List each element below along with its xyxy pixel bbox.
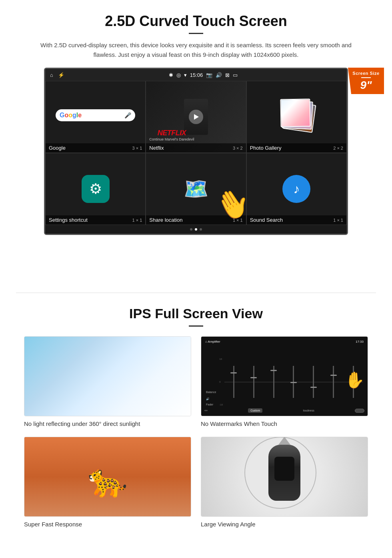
netflix-app-name: Netflix	[149, 145, 164, 151]
car-caption: Large Viewing Angle	[201, 521, 368, 528]
settings-app-name: Settings shortcut	[49, 217, 88, 223]
sound-icon-wrap: ♪	[282, 175, 310, 203]
share-location-cell[interactable]: 🗺️ 🤚 Share location 1 × 1	[146, 153, 246, 225]
sunlight-visual	[24, 337, 191, 416]
section1-title: 2.5D Curved Touch Screen	[32, 13, 360, 30]
badge-divider	[361, 77, 371, 78]
status-center: ✱ ◎ ▾ 15:06 📷 🔊 ⊠ ▭	[169, 72, 238, 78]
feature-amplifier: ⌂ Amplifier 17:33 Balance 🔊 Fader	[201, 336, 368, 427]
window-icon: ▭	[233, 72, 238, 78]
device-mockup: ⌂ ⚡ ✱ ◎ ▾ 15:06 📷 🔊 ⊠ ▭	[44, 68, 348, 235]
amp-time: 17:33	[356, 340, 364, 343]
camera-icon: 📷	[206, 72, 212, 78]
home-icon[interactable]: ⌂	[50, 72, 53, 78]
settings-icon-wrap: ⚙	[82, 175, 110, 203]
title-divider	[189, 33, 203, 34]
sound-app-size: 1 × 1	[333, 218, 343, 223]
location-icon: ◎	[176, 72, 181, 78]
netflix-logo: NETFLIX	[149, 129, 194, 137]
amp-custom-btn[interactable]: Custom	[248, 408, 262, 413]
bluetooth-icon: ✱	[169, 72, 173, 78]
feature-grid: No light reflecting under 360° direct su…	[24, 336, 368, 528]
amp-footer: «» Custom loudness	[204, 408, 364, 413]
time-display: 15:06	[190, 72, 203, 78]
screen-size-badge: Screen Size 9"	[348, 68, 384, 94]
section-curved-touch: 2.5D Curved Touch Screen With 2.5D curve…	[0, 0, 392, 277]
google-search-bar[interactable]: Google 🎤	[56, 109, 135, 121]
wifi-icon: ▾	[184, 72, 187, 78]
cheetah-emoji: 🐆	[88, 462, 128, 500]
feature-cheetah: 🐆 Super Fast Response	[24, 437, 191, 528]
settings-label: Settings shortcut 1 × 1	[46, 215, 145, 225]
section-ips: IPS Full Screen View No light reflecting…	[0, 293, 392, 540]
netflix-app-size: 3 × 2	[233, 146, 243, 151]
car-image	[201, 437, 368, 517]
car-visual	[201, 437, 368, 516]
status-left: ⌂ ⚡	[50, 72, 64, 78]
sound-app-name: Sound Search	[250, 217, 283, 223]
car-roof	[274, 457, 294, 481]
settings-app-cell[interactable]: ⚙ Settings shortcut 1 × 1	[45, 153, 146, 225]
gallery-app-name: Photo Gallery	[250, 145, 282, 151]
google-app-cell[interactable]: Google 🎤 Google 3 × 1	[45, 81, 146, 153]
app-grid: Google 🎤 Google 3 × 1	[45, 81, 347, 225]
section1-description: With 2.5D curved-display screen, this de…	[32, 40, 360, 60]
section2-title: IPS Full Screen View	[24, 306, 368, 321]
netflix-info: NETFLIX Continue Marvel's Daredevil	[149, 129, 194, 141]
netflix-play-button[interactable]	[189, 110, 203, 124]
google-logo: Google	[60, 112, 82, 119]
pagination-dots	[45, 225, 347, 234]
amplifier-caption: No Watermarks When Touch	[201, 420, 368, 427]
photo-layer-front	[280, 98, 311, 127]
gallery-app-size: 2 × 2	[333, 146, 343, 151]
google-app-name: Google	[49, 145, 66, 151]
section2-divider	[189, 325, 203, 327]
settings-app-size: 1 × 1	[132, 218, 142, 223]
car-top-view	[264, 445, 304, 509]
amplifier-image: ⌂ Amplifier 17:33 Balance 🔊 Fader	[201, 336, 368, 416]
sound-label: Sound Search 1 × 1	[247, 215, 346, 225]
dot-3[interactable]	[200, 228, 202, 231]
netflix-label: Netflix 3 × 2	[146, 143, 246, 153]
share-app-name: Share location	[149, 217, 182, 223]
device-screen: ⌂ ⚡ ✱ ◎ ▾ 15:06 📷 🔊 ⊠ ▭	[44, 68, 348, 235]
music-note-icon: ♪	[293, 182, 300, 197]
badge-label: Screen Size	[350, 71, 382, 76]
gallery-label: Photo Gallery 2 × 2	[247, 143, 346, 153]
volume-icon: 🔊	[216, 72, 222, 78]
gear-icon: ⚙	[89, 181, 102, 197]
sunlight-image	[24, 336, 191, 416]
dot-1[interactable]	[190, 228, 192, 231]
gallery-app-cell[interactable]: Photo Gallery 2 × 2	[246, 81, 347, 153]
usb-icon: ⚡	[58, 72, 64, 78]
google-label: Google 3 × 1	[46, 143, 145, 153]
amplifier-visual: ⌂ Amplifier 17:33 Balance 🔊 Fader	[201, 337, 368, 416]
feature-sunlight: No light reflecting under 360° direct su…	[24, 336, 191, 427]
car-body	[268, 445, 300, 501]
badge-size: 9"	[350, 80, 382, 91]
cheetah-caption: Super Fast Response	[24, 521, 191, 528]
maps-icon: 🗺️	[184, 177, 208, 201]
car-arrow	[278, 437, 290, 445]
photo-stack	[278, 99, 314, 135]
amp-header: ⌂ Amplifier 17:33	[204, 340, 364, 343]
feature-car: Large Viewing Angle	[201, 437, 368, 528]
cheetah-image: 🐆	[24, 437, 191, 517]
close-icon: ⊠	[225, 72, 230, 78]
cheetah-visual: 🐆	[24, 437, 191, 516]
dot-2[interactable]	[195, 228, 197, 231]
google-mic-icon[interactable]: 🎤	[124, 112, 131, 118]
sunlight-caption: No light reflecting under 360° direct su…	[24, 420, 191, 427]
netflix-app-cell[interactable]: NETFLIX Continue Marvel's Daredevil Netf…	[146, 81, 246, 153]
sound-search-cell[interactable]: ♪ Sound Search 1 × 1	[246, 153, 347, 225]
netflix-subtitle: Continue Marvel's Daredevil	[149, 137, 194, 141]
status-bar: ⌂ ⚡ ✱ ◎ ▾ 15:06 📷 🔊 ⊠ ▭	[45, 69, 347, 81]
google-app-size: 3 × 1	[132, 146, 142, 151]
